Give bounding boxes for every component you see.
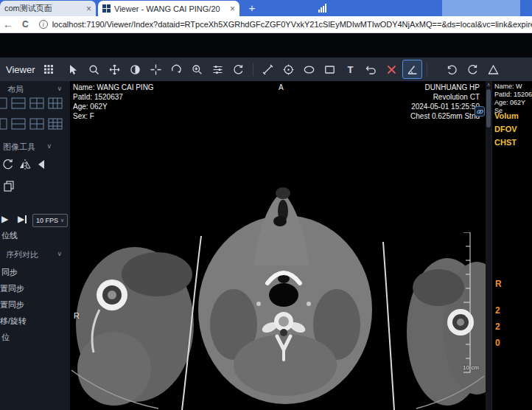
series-compare-section-header[interactable]: 序列对比 ∨ — [6, 249, 68, 260]
step-forward-button[interactable]: ▶ — [18, 214, 27, 224]
play-icon: ▶ — [1, 214, 8, 224]
reset-tool-button[interactable] — [442, 60, 462, 79]
site-info-icon[interactable]: i — [39, 20, 48, 29]
window-value: 0 — [495, 335, 500, 351]
layout-2x1b-button[interactable] — [11, 118, 26, 133]
close-tab-icon[interactable]: × — [230, 4, 235, 13]
play-button[interactable]: ▶ — [1, 214, 8, 224]
ellipse-tool-button[interactable] — [299, 60, 319, 79]
window-value: 2 — [495, 319, 500, 335]
step-forward-icon: ▶ — [18, 214, 24, 224]
study-datetime: 2024-05-01 15:25:50 — [410, 102, 480, 111]
delete-annotation-tool-button[interactable] — [382, 60, 402, 79]
image-tools-section-header[interactable]: 图像工具 ∨ — [3, 142, 68, 153]
contrast-tool-button[interactable] — [125, 60, 145, 79]
layout-2x2-button[interactable] — [29, 97, 44, 112]
series-description: Chest 0.625mm Stnd — [410, 111, 480, 121]
layout-3x3-button[interactable] — [48, 118, 63, 133]
series-param: CHST — [494, 136, 519, 149]
image-tools-row — [1, 158, 49, 174]
layout-presets-row — [0, 97, 63, 112]
text-tool-button[interactable]: T — [340, 60, 360, 79]
measure-line-tool-button[interactable] — [258, 60, 278, 79]
browser-addressbar: ← C i localhost:7190/Viewer/Index?dataid… — [0, 16, 532, 33]
rotate-image-button[interactable] — [1, 158, 15, 174]
layout-section-header[interactable]: 布局 ∨ — [7, 84, 66, 95]
layout-grid-icon[interactable] — [44, 65, 53, 74]
link-series-button[interactable] — [475, 106, 485, 117]
window-level-tool-button[interactable] — [208, 60, 228, 79]
sidebar-item-sync[interactable]: 同步 — [1, 267, 18, 278]
hospital-name: DUNHUANG HP — [410, 83, 480, 92]
fps-select[interactable]: 10 FPS ∨ — [32, 214, 68, 227]
triangle-tool-button[interactable] — [483, 60, 503, 79]
angle-tool-button[interactable] — [402, 60, 422, 79]
copy-image-button[interactable] — [3, 180, 15, 195]
delete-x-icon — [385, 63, 398, 76]
close-tab-icon[interactable]: × — [86, 4, 91, 13]
undo-tool-button[interactable] — [361, 60, 381, 79]
locator-line-item[interactable]: 位线 — [1, 230, 18, 241]
sidebar-item-pan-rotate[interactable]: 移/旋转 — [0, 316, 27, 327]
page-top-strip — [0, 33, 532, 58]
patient-id: PatId: 1520637 — [73, 92, 154, 102]
tab-title: com测试页面 — [4, 3, 83, 14]
viewer-toolbar: Viewer T — [0, 58, 532, 81]
left-sidebar: 布局 ∨ 图像工具 ∨ ▶ ▶ — [0, 81, 70, 410]
tab-title: Viewer - WANG CAI PING/20 — [114, 4, 227, 13]
rotate-tool-button[interactable] — [228, 60, 248, 79]
rotate-right-tool-button[interactable] — [463, 60, 483, 79]
rectangle-tool-button[interactable] — [320, 60, 340, 79]
sidebar-item-reset[interactable]: 位 — [1, 332, 10, 343]
pan-tool-button[interactable] — [105, 60, 125, 79]
pointer-tool-button[interactable] — [63, 60, 83, 79]
patient-id: PatId: 15206 — [494, 91, 532, 99]
scrollbar-thumb[interactable] — [486, 89, 491, 128]
layout-2x1-button[interactable] — [11, 97, 26, 112]
crosshair-icon — [150, 63, 162, 76]
undo-icon — [365, 63, 377, 76]
series-scrollbar[interactable]: ∧ — [486, 81, 491, 410]
series-param: Volum — [494, 109, 519, 122]
layout-1x2-button[interactable] — [0, 118, 7, 133]
toolbar-divider — [253, 63, 253, 76]
layout-2x3-button[interactable] — [48, 97, 63, 112]
flip-vertical-button[interactable] — [35, 158, 49, 174]
sidebar-item-position-sync[interactable]: 置同步 — [0, 283, 24, 294]
app-title: Viewer — [6, 64, 44, 75]
patient-age: Age: 062Y — [494, 99, 532, 107]
layout-2x2b-button[interactable] — [29, 118, 44, 133]
browser-tab-viewer[interactable]: Viewer - WANG CAI PING/20 × — [98, 1, 239, 16]
ct-viewport[interactable]: Name: WANG CAI PING PatId: 1520637 Age: … — [70, 81, 486, 410]
contrast-icon — [129, 63, 141, 76]
scrollbar-up-icon[interactable]: ∧ — [486, 81, 491, 88]
orientation-marker-right: R — [74, 311, 80, 321]
study-info-overlay: DUNHUANG HP Revolution CT 2024-05-01 15:… — [410, 83, 480, 121]
chevron-down-icon: ∨ — [57, 250, 62, 257]
zoom-tool-button[interactable] — [187, 60, 207, 79]
target-tool-button[interactable] — [279, 60, 298, 79]
magnifier-tool-button[interactable] — [84, 60, 104, 79]
series-compare-label: 序列对比 — [6, 250, 38, 259]
window-value: 2 — [495, 302, 500, 319]
titlebar-highlight — [442, 0, 520, 16]
back-button[interactable]: ← — [3, 18, 13, 30]
image-tools-section-label: 图像工具 — [3, 142, 35, 151]
rotate-3d-tool-button[interactable] — [167, 60, 186, 79]
second-viewport[interactable]: Name: W PatId: 15206 Age: 062Y Se Volum … — [491, 81, 532, 410]
url-input[interactable]: localhost:7190/Viewer/Index?dataid=RTpce… — [52, 20, 532, 29]
ct-axial-image — [70, 81, 486, 410]
browser-tab-test-page[interactable]: com测试页面 × — [0, 1, 96, 16]
sidebar-item-window-sync[interactable]: 置同步 — [0, 299, 24, 310]
target-icon — [282, 63, 295, 76]
rotate-3d-icon — [170, 63, 183, 76]
new-tab-button[interactable]: + — [245, 0, 259, 16]
browser-titlebar: com测试页面 × Viewer - WANG CAI PING/20 × + — [0, 0, 532, 16]
series-params-overlay: Volum DFOV CHST — [494, 109, 519, 149]
crosshair-tool-button[interactable] — [146, 60, 166, 79]
scanner-name: Revolution CT — [410, 92, 480, 102]
flip-horizontal-button[interactable] — [18, 158, 32, 174]
chevron-down-icon: ∨ — [46, 142, 52, 150]
layout-1x1-button[interactable] — [0, 97, 7, 112]
reload-button[interactable]: C — [22, 19, 29, 29]
